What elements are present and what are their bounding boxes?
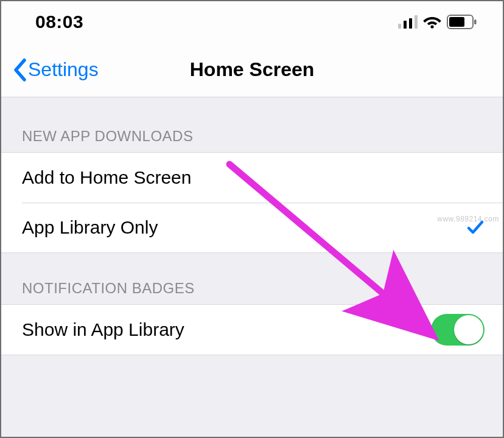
svg-rect-2 [409,18,412,29]
status-bar: 08:03 [1,1,503,43]
section-header-badges: NOTIFICATION BADGES [1,253,503,304]
cellular-icon [398,15,418,29]
svg-rect-0 [398,24,401,29]
row-show-in-app-library[interactable]: Show in App Library [1,305,503,355]
section-header-downloads: NEW APP DOWNLOADS [1,97,503,152]
battery-icon [447,15,477,29]
svg-rect-1 [404,21,407,29]
back-label: Settings [28,58,99,81]
svg-rect-6 [449,17,464,27]
option-app-library-only[interactable]: App Library Only [1,203,503,252]
toggle-knob [454,315,483,344]
badges-group: Show in App Library [1,304,503,355]
option-label: Add to Home Screen [22,167,191,188]
row-label: Show in App Library [22,319,184,340]
option-label: App Library Only [22,217,158,238]
back-button[interactable]: Settings [1,58,99,82]
checkmark-icon [466,218,485,237]
svg-rect-7 [474,19,477,24]
status-icons [398,15,477,29]
downloads-group: Add to Home Screen App Library Only [1,152,503,253]
nav-bar: Settings Home Screen [1,43,503,97]
svg-rect-3 [415,15,418,29]
chevron-left-icon [12,58,27,82]
status-time: 08:03 [35,12,83,32]
wifi-icon [423,15,441,29]
svg-point-4 [430,25,433,28]
toggle-show-in-app-library[interactable] [431,314,485,346]
settings-screen: 08:03 Settings [1,1,503,437]
option-add-to-home-screen[interactable]: Add to Home Screen [1,153,503,203]
